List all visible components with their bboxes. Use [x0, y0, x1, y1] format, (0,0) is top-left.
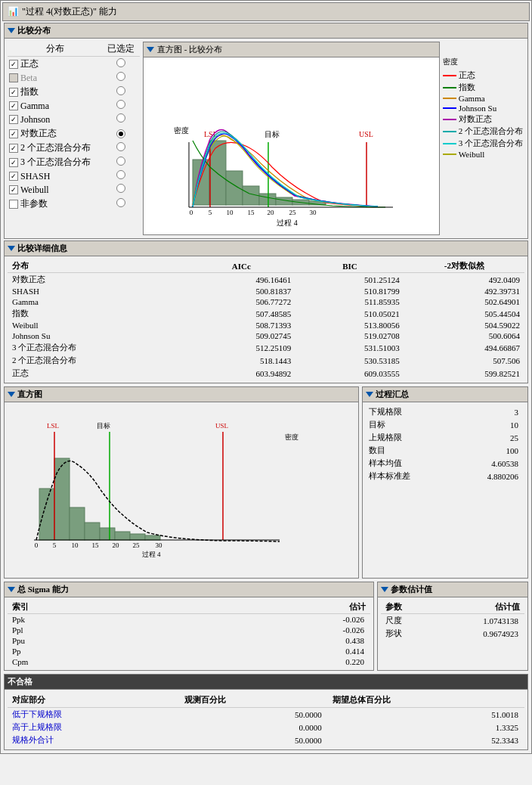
nonconf-header: 不合格	[5, 675, 527, 690]
details-cell: 511.85935	[295, 296, 404, 307]
legend-item: 3 个正态混合分布	[443, 138, 523, 149]
details-col-loglik: -2对数似然	[404, 259, 524, 273]
sigma-section: 总 Sigma 能力 索引 估计 Ppk-0.026Ppl-0.026Ppu0.…	[4, 582, 374, 671]
lsl-label: LSL	[47, 422, 59, 430]
legend-name: 3 个正态混合分布	[459, 138, 523, 149]
hist-content: LSL 目标 USL 密度 ……总体	[5, 402, 358, 578]
legend-line	[443, 87, 456, 88]
legend-line	[443, 154, 456, 155]
details-cell: 518.1443	[187, 354, 296, 367]
x-tick-25: 25	[289, 209, 297, 216]
radio-button[interactable]	[116, 157, 125, 166]
dist-radio[interactable]	[103, 71, 140, 85]
details-collapse-icon[interactable]	[8, 246, 15, 251]
dist-label: 非参数	[20, 197, 48, 210]
b-bar6	[115, 532, 130, 540]
b-bar1	[39, 489, 54, 540]
dist-label: Johnson	[20, 114, 50, 126]
dist-radio[interactable]	[103, 183, 140, 197]
dist-table: 分布 已选定 正态Beta指数GammaJohnson对数正态2 个正态混合分布…	[8, 42, 140, 211]
details-cell: 504.59022	[404, 320, 524, 330]
dist-radio[interactable]	[103, 126, 140, 141]
dist-radio[interactable]	[103, 85, 140, 99]
radio-button[interactable]	[116, 198, 125, 207]
radio-button[interactable]	[116, 113, 125, 123]
dist-checkbox[interactable]	[9, 129, 18, 138]
nonconf-col-exp: 期望总体百分比	[328, 693, 524, 708]
dist-radio[interactable]	[103, 57, 140, 72]
radio-button[interactable]	[116, 142, 125, 151]
bar2	[209, 141, 226, 205]
sigma-collapse-icon[interactable]	[8, 587, 15, 592]
dist-checkbox[interactable]	[9, 101, 18, 110]
legend-item: 对数正态	[443, 113, 523, 125]
window-icon: 📊	[8, 6, 19, 17]
radio-button[interactable]	[116, 184, 125, 193]
dist-radio[interactable]	[103, 113, 140, 126]
dist-checkbox[interactable]	[9, 200, 18, 209]
dist-checkbox[interactable]	[9, 185, 18, 194]
sigma-value: 0.438	[165, 635, 370, 646]
nonconf-content: 对应部分 观测百分比 期望总体百分比 低于下规格限50.000051.0018高…	[5, 690, 527, 749]
sigma-value: 0.414	[165, 646, 370, 656]
details-cell: 519.02708	[295, 330, 404, 341]
legend-item: 指数	[443, 82, 523, 93]
details-section: 比较详细信息 分布 AICc BIC -2对数似然 对数正态496.164615…	[4, 240, 528, 383]
summary-content: 下规格限3目标10上规格限25数目100样本均值4.60538样本标准差4.88…	[363, 402, 527, 486]
legend-line	[443, 131, 456, 132]
dist-radio[interactable]	[103, 155, 140, 169]
details-cell: 500.6064	[404, 330, 524, 341]
chart-area-wrapper: 直方图 - 比较分布 LSL 目标 USL 密度	[143, 42, 524, 235]
dist-col-header: 分布	[8, 42, 103, 57]
dist-radio[interactable]	[103, 169, 140, 183]
radio-button[interactable]	[116, 86, 125, 95]
summary-label: 上规格限	[366, 431, 449, 444]
dist-radio[interactable]	[103, 141, 140, 155]
details-cell: Johnson Su	[8, 330, 187, 341]
params-collapse-icon[interactable]	[381, 587, 388, 592]
radio-button[interactable]	[116, 58, 125, 67]
nonconf-part-link[interactable]: 高于上规格限	[12, 722, 62, 731]
dist-name: Gamma	[8, 99, 103, 113]
radio-button[interactable]	[116, 170, 125, 179]
dist-checkbox[interactable]	[9, 88, 18, 97]
nonconf-observed: 0.0000	[180, 721, 328, 734]
dist-checkbox[interactable]	[9, 115, 18, 124]
details-cell: 510.05021	[295, 307, 404, 320]
sigma-content: 索引 估计 Ppk-0.026Ppl-0.026Ppu0.438Pp0.414C…	[5, 597, 373, 670]
radio-button[interactable]	[116, 72, 125, 81]
b-x-30: 30	[156, 541, 163, 549]
dist-label: SHASH	[20, 171, 50, 182]
compare-dist-section: 比较分布 分布 已选定 正态Beta指数GammaJohnson对数正态2 个正…	[4, 23, 528, 239]
hist-title: 直方图	[17, 389, 42, 400]
histogram-section: 直方图 LSL 目标 USL 密度 ……总体	[4, 386, 359, 579]
summary-label: 数目	[366, 444, 449, 457]
details-cell: 507.48585	[187, 307, 296, 320]
dist-radio[interactable]	[103, 197, 140, 211]
dist-checkbox[interactable]	[9, 158, 18, 167]
dist-checkbox[interactable]	[9, 60, 18, 69]
summary-collapse-icon[interactable]	[366, 392, 373, 397]
legend-line	[443, 107, 456, 109]
legend-line	[443, 143, 456, 144]
density-label: 密度	[174, 126, 189, 135]
dist-radio[interactable]	[103, 99, 140, 113]
details-cell: 510.81799	[295, 286, 404, 296]
sigma-value: -0.026	[165, 625, 370, 635]
nonconf-part-link[interactable]: 规格外合计	[12, 735, 54, 744]
b-x-5: 5	[53, 541, 57, 549]
hist-collapse-icon[interactable]	[8, 392, 15, 397]
sigma-value: 0.220	[165, 656, 370, 667]
chart-collapse-icon[interactable]	[147, 47, 154, 52]
radio-button[interactable]	[116, 100, 125, 109]
summary-value: 4.880206	[449, 470, 524, 482]
dist-name: 指数	[8, 85, 103, 99]
dist-checkbox[interactable]	[9, 144, 18, 153]
dist-checkbox[interactable]	[9, 172, 18, 181]
collapse-icon[interactable]	[8, 28, 15, 33]
radio-button[interactable]	[116, 129, 125, 138]
dist-label: Gamma	[20, 101, 49, 112]
nonconf-part-link[interactable]: 低于下规格限	[12, 709, 62, 718]
dist-checkbox[interactable]	[9, 73, 18, 82]
details-cell: 502.64901	[404, 296, 524, 307]
